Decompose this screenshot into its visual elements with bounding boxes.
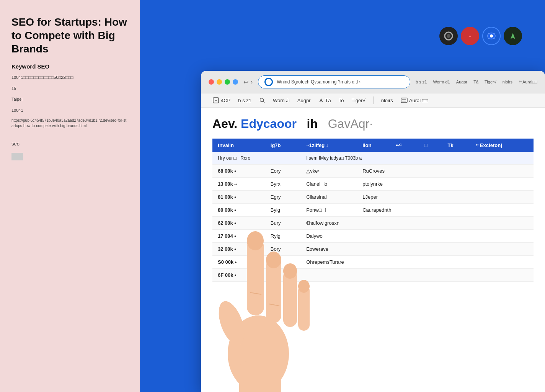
kw-4: Caurapednth [357, 204, 534, 217]
minimize-button[interactable] [217, 79, 222, 85]
tag-seo: seo [11, 141, 128, 147]
col-header-7: Tk [442, 139, 471, 152]
table-row: 17 004 • Rylg Dalywo [212, 230, 534, 243]
table-row: 32 00k • Bory Eowerave [212, 243, 534, 256]
col-header-2: lg7b [265, 139, 301, 152]
vol-1: 68 00k • [212, 165, 265, 178]
kd-6: Rylg [265, 230, 301, 243]
main-area: ● ↩ › Wnind Sgrotech Qvsamoning ?rna [140, 0, 545, 392]
toolbar-separator [373, 96, 374, 104]
svg-point-1 [447, 34, 450, 38]
vol-4: 80 00k • [212, 204, 265, 217]
kw-9 [301, 269, 534, 282]
icon-2: ● [461, 27, 479, 45]
browser-toolbar-tabs: b s z1 Worm·d1 Augpr Tā Tiger√ nloirs ⊢A… [416, 80, 537, 85]
kw-5: €halfowigrosxn [301, 217, 534, 230]
table-row: 6F 00k • [212, 269, 534, 282]
extra-button[interactable] [233, 79, 238, 85]
table-header-row: tnvalin lg7b ~1zlifeg ↓ lion ↩¹ □ Tk ≈ E… [212, 139, 534, 152]
table-row: 13 00k→ Byrx Clane⊢lo ptolynrke [212, 178, 534, 191]
toolbar-icon-search[interactable] [259, 97, 265, 103]
kd-1: Eory [265, 165, 301, 178]
col-header-4: lion [357, 139, 390, 152]
svg-point-11 [228, 315, 289, 392]
kd-2: Byrx [265, 178, 301, 191]
toolbar-icon-1[interactable]: 4CP [212, 97, 230, 104]
toolbar-worn-ji[interactable]: Worn Ji [273, 98, 290, 103]
nav-arrows: ↩ › [243, 78, 253, 86]
diff-3: Cllarsinal [301, 191, 357, 204]
vol-5: 62 00k • [212, 217, 265, 230]
vol-7: 32 00k • [212, 243, 265, 256]
article-url[interactable]: https://pub-5c454f571b8e40a3a2aad27ade84… [11, 118, 128, 129]
site-icon [264, 78, 273, 86]
content-area: Aev. Edycaoor ih GavAqr· tnvalin lg7b ~1… [201, 108, 545, 291]
vol-6: 17 004 • [212, 230, 265, 243]
kd-9 [265, 269, 301, 282]
table-row: 68 00k • Eory △vke› RuCroves [212, 165, 534, 178]
vol-3: 81 00k • [212, 191, 265, 204]
vol-2: 13 00k→ [212, 178, 265, 191]
toolbar-aural[interactable]: Aural □□ [401, 98, 428, 103]
heading-part4: GavAqr· [328, 117, 373, 131]
svg-point-14 [214, 298, 250, 348]
subheader-col2: I sem IMey iudya□ T003b a [301, 152, 534, 165]
tab-2[interactable]: Worm·d1 [433, 80, 450, 85]
toolbar-tiger[interactable]: Tiger√ [351, 98, 365, 103]
kd-7: Bory [265, 243, 301, 256]
kw-8: OhrepemsTurare [301, 256, 534, 269]
address-text: Wnind Sgrotech Qvsamoning ?rnats αitl › [277, 79, 361, 85]
heading-part3: ih [307, 117, 318, 131]
subheader-col1: Hry oun□ Roro [212, 152, 301, 165]
seo-toolbar: 4CP b s z1 Worn Ji Augpr Tā To Tiger [201, 93, 545, 108]
kd-3: Egry [265, 191, 301, 204]
kw-2: ptolynrke [357, 178, 534, 191]
kw-3: LJeper [357, 191, 534, 204]
kw-7: Eowerave [301, 243, 534, 256]
tab-6[interactable]: nloirs [503, 80, 512, 85]
col-header-8: ≈ Excietonj [470, 139, 534, 152]
table-row: 81 00k • Egry Cllarsinal LJeper [212, 191, 534, 204]
svg-rect-21 [239, 361, 281, 392]
icon-4 [504, 27, 522, 45]
col-header-3: ~1zlifeg ↓ [301, 139, 357, 152]
keyword-seo-label: Keyword SEO [11, 63, 128, 70]
tab-5[interactable]: Tiger√ [485, 80, 496, 85]
address-bar[interactable]: Wnind Sgrotech Qvsamoning ?rnats αitl › [258, 75, 410, 88]
sidebar: SEO for Startups: How to Compete with Bi… [0, 0, 140, 392]
meta-zip: 10041 [11, 107, 128, 114]
kd-5: Bury [265, 217, 301, 230]
close-button[interactable] [209, 79, 214, 85]
browser-topbar: ↩ › Wnind Sgrotech Qvsamoning ?rnats αit… [201, 71, 545, 93]
svg-line-23 [269, 304, 279, 306]
svg-point-2 [490, 34, 493, 38]
toolbar-to[interactable]: To [339, 98, 344, 103]
kw-1: RuCroves [357, 165, 534, 178]
toolbar-nloirs[interactable]: nloirs [381, 98, 393, 103]
heading-part2: Edycaoor [241, 117, 297, 131]
toolbar-item-2[interactable]: b s z1 [238, 98, 251, 103]
browser-window: ↩ › Wnind Sgrotech Qvsamoning ?rnats αit… [201, 71, 545, 392]
col-header-5: ↩¹ [390, 139, 419, 152]
meta-line1: 10041□□□□□□□□□□□□50□22□□□ [11, 74, 128, 81]
toolbar-ta[interactable]: Tā [318, 98, 331, 103]
toolbar-augpr[interactable]: Augpr [297, 98, 311, 103]
vol-8: S0 00k • [212, 256, 265, 269]
diff-4: Ponw□⊣ [301, 204, 357, 217]
tab-3[interactable]: Augpr [456, 80, 467, 85]
back-icon[interactable]: ↩ [243, 78, 248, 86]
col-header-1: tnvalin [212, 139, 265, 152]
tab-4[interactable]: Tā [473, 80, 478, 85]
svg-rect-19 [298, 285, 310, 331]
page-heading: Aev. Edycaoor ih GavAqr· [212, 117, 534, 131]
table-subheader: Hry oun□ Roro I sem IMey iudya□ T003b a [212, 152, 534, 165]
tag-box [11, 153, 23, 160]
article-title: SEO for Startups: How to Compete with Bi… [11, 15, 128, 56]
browser-icons: ● [439, 27, 522, 45]
icon-3 [482, 27, 501, 45]
forward-icon[interactable]: › [251, 78, 253, 85]
tab-7[interactable]: ⊢Aural□□ [519, 80, 537, 85]
tab-1[interactable]: b s z1 [416, 80, 427, 85]
maximize-button[interactable] [225, 79, 230, 85]
svg-point-6 [260, 98, 263, 102]
